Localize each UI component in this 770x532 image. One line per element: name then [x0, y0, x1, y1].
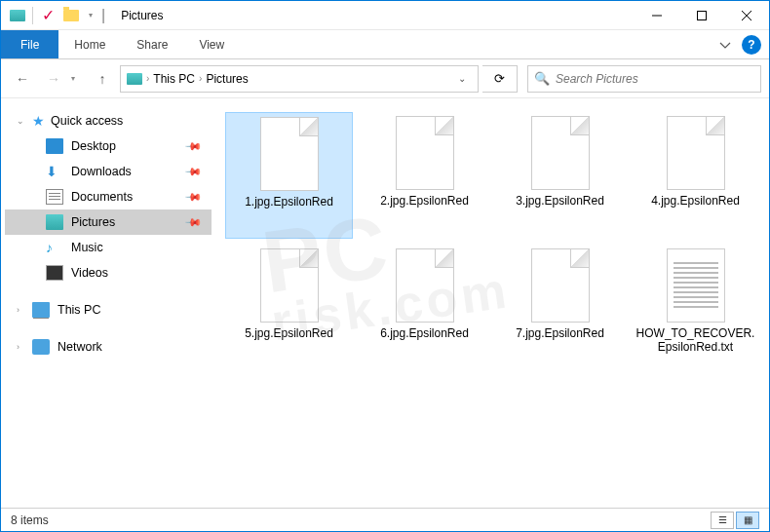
- chevron-right-icon[interactable]: ›: [17, 305, 19, 315]
- navigation-bar: ← → ▾ ↑ › This PC › Pictures ⌄ ⟳ 🔍: [1, 59, 769, 98]
- large-icons-view-button[interactable]: ▦: [736, 512, 759, 529]
- file-name: 1.jpg.EpsilonRed: [245, 195, 333, 209]
- item-count: 8 items: [11, 513, 49, 527]
- file-name: 4.jpg.EpsilonRed: [651, 194, 740, 208]
- pin-icon: 📌: [183, 136, 202, 155]
- status-bar: 8 items ☰ ▦: [1, 508, 769, 531]
- file-item[interactable]: HOW_TO_RECOVER.EpsilonRed.txt: [632, 245, 759, 371]
- blank-file-icon: [256, 115, 323, 193]
- pin-icon: 📌: [183, 187, 202, 206]
- file-tab[interactable]: File: [1, 30, 58, 58]
- chevron-right-icon[interactable]: ›: [199, 73, 202, 84]
- blank-file-icon: [392, 114, 458, 192]
- breadcrumb-pictures[interactable]: Pictures: [204, 72, 250, 86]
- details-view-button[interactable]: ☰: [711, 512, 734, 529]
- tab-share[interactable]: Share: [121, 30, 183, 58]
- title-separator: |: [101, 7, 105, 24]
- app-icon[interactable]: [7, 5, 28, 26]
- file-item[interactable]: 7.jpg.EpsilonRed: [496, 245, 624, 371]
- network-icon: [32, 339, 50, 355]
- sidebar-network[interactable]: › Network: [5, 334, 212, 360]
- quick-access-toolbar: ✓ ▾: [1, 5, 97, 26]
- address-dropdown-button[interactable]: ⌄: [450, 73, 474, 84]
- chevron-right-icon[interactable]: ›: [17, 342, 19, 352]
- back-button[interactable]: ←: [9, 65, 36, 93]
- search-icon: 🔍: [528, 71, 556, 86]
- sidebar-this-pc[interactable]: › This PC: [5, 297, 212, 323]
- pin-icon: 📌: [183, 162, 202, 180]
- documents-icon: [46, 189, 63, 205]
- blank-file-icon: [256, 247, 323, 324]
- sidebar-item-documents[interactable]: Documents 📌: [5, 184, 212, 209]
- text-file-icon: [663, 247, 729, 324]
- desktop-icon: [46, 138, 63, 154]
- chevron-down-icon[interactable]: ⌄: [17, 116, 24, 126]
- chevron-right-icon[interactable]: ›: [146, 73, 149, 84]
- file-name: 6.jpg.EpsilonRed: [380, 326, 469, 340]
- tab-home[interactable]: Home: [58, 30, 121, 58]
- title-bar: ✓ ▾ | Pictures: [1, 1, 769, 30]
- search-box[interactable]: 🔍: [527, 65, 761, 93]
- file-item[interactable]: 5.jpg.EpsilonRed: [225, 245, 353, 371]
- pin-icon: 📌: [183, 212, 202, 231]
- file-list[interactable]: 1.jpg.EpsilonRed2.jpg.EpsilonRed3.jpg.Ep…: [215, 98, 769, 508]
- blank-file-icon: [392, 247, 458, 324]
- up-button[interactable]: ↑: [89, 65, 116, 93]
- file-item[interactable]: 2.jpg.EpsilonRed: [361, 112, 488, 239]
- file-name: 5.jpg.EpsilonRed: [245, 326, 333, 340]
- address-bar[interactable]: › This PC › Pictures ⌄: [120, 65, 479, 93]
- qat-customize-button[interactable]: ▾: [84, 5, 97, 26]
- star-icon: ★: [32, 113, 45, 129]
- file-name: 3.jpg.EpsilonRed: [516, 194, 604, 208]
- qat-properties-button[interactable]: ✓: [37, 5, 58, 26]
- file-item[interactable]: 1.jpg.EpsilonRed: [225, 112, 353, 239]
- file-name: 7.jpg.EpsilonRed: [516, 326, 604, 340]
- expand-ribbon-button[interactable]: [714, 34, 736, 56]
- navigation-pane: ⌄ ★ Quick access Desktop 📌 ⬇ Downloads 📌…: [1, 98, 215, 508]
- refresh-button[interactable]: ⟳: [482, 65, 518, 93]
- sidebar-item-downloads[interactable]: ⬇ Downloads 📌: [5, 159, 212, 184]
- file-name: 2.jpg.EpsilonRed: [380, 194, 469, 208]
- tab-view[interactable]: View: [183, 30, 240, 58]
- minimize-button[interactable]: [635, 1, 679, 30]
- file-name: HOW_TO_RECOVER.EpsilonRed.txt: [634, 326, 757, 355]
- recent-locations-button[interactable]: ▾: [71, 74, 85, 83]
- file-item[interactable]: 4.jpg.EpsilonRed: [632, 112, 759, 239]
- pc-icon: [32, 302, 50, 318]
- sidebar-item-desktop[interactable]: Desktop 📌: [5, 133, 212, 159]
- ribbon-tabs: File Home Share View ?: [1, 30, 769, 59]
- videos-icon: [46, 265, 63, 281]
- file-item[interactable]: 6.jpg.EpsilonRed: [361, 245, 488, 371]
- qat-new-folder-button[interactable]: [60, 5, 82, 26]
- downloads-icon: ⬇: [46, 164, 63, 179]
- blank-file-icon: [527, 114, 594, 192]
- window-title: Pictures: [121, 9, 163, 22]
- svg-rect-1: [698, 11, 707, 19]
- close-button[interactable]: [724, 1, 769, 30]
- crumb-root-icon[interactable]: [125, 73, 144, 85]
- music-icon: ♪: [46, 240, 63, 255]
- blank-file-icon: [527, 247, 594, 324]
- forward-button[interactable]: →: [40, 65, 67, 93]
- blank-file-icon: [663, 114, 729, 192]
- sidebar-item-videos[interactable]: Videos: [5, 260, 212, 285]
- breadcrumb-this-pc[interactable]: This PC: [151, 72, 197, 86]
- sidebar-item-music[interactable]: ♪ Music: [5, 235, 212, 260]
- pictures-icon: [46, 214, 63, 230]
- maximize-button[interactable]: [679, 1, 724, 30]
- search-input[interactable]: [556, 72, 760, 86]
- help-button[interactable]: ?: [742, 35, 761, 55]
- sidebar-quick-access[interactable]: ⌄ ★ Quick access: [5, 108, 212, 133]
- sidebar-item-pictures[interactable]: Pictures 📌: [5, 209, 212, 235]
- file-item[interactable]: 3.jpg.EpsilonRed: [496, 112, 624, 239]
